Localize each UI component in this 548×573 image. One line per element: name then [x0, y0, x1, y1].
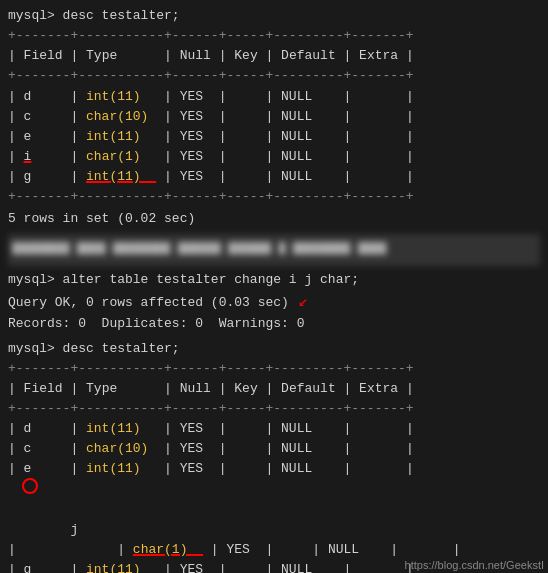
prompt2: mysql> [8, 272, 63, 287]
records-line: Records: 0 Duplicates: 0 Warnings: 0 [8, 314, 540, 334]
table-row: | d | int(11) | YES | | NULL | | [8, 87, 540, 107]
command-line-1: mysql> desc testalter; [8, 6, 540, 26]
blurred-content: ████████ ████ ████████ ██████ ██████ █ █… [8, 234, 540, 266]
table2-border-top: +-------+-----------+------+-----+------… [8, 359, 540, 379]
query-ok-line: Query OK, 0 rows affected (0.03 sec) ↙ [8, 290, 540, 315]
table-row: | c | char(10) | YES | | NULL | | [8, 439, 540, 459]
command-line-3: mysql> desc testalter; [8, 339, 540, 359]
table-row: | e | int(11) | YES | | NULL | | [8, 127, 540, 147]
table1-border-top: +-------+-----------+------+-----+------… [8, 26, 540, 46]
query-ok-text: Query OK, 0 rows affected (0.03 sec) [8, 295, 289, 310]
prompt: mysql> [8, 8, 63, 23]
command-text-3: desc testalter; [63, 341, 180, 356]
table-row-i: | i | char(1) | YES | | NULL | | [8, 147, 540, 167]
rows-info: 5 rows in set (0.02 sec) [8, 209, 540, 229]
table1-header: | Field | Type | Null | Key | Default | … [8, 46, 540, 66]
watermark: https://blog.csdn.net/GeekstI [405, 559, 544, 571]
table1-border-mid: +-------+-----------+------+-----+------… [8, 66, 540, 86]
table-row: | d | int(11) | YES | | NULL | | [8, 419, 540, 439]
table1-border-bot: +-------+-----------+------+-----+------… [8, 187, 540, 207]
prompt3: mysql> [8, 341, 63, 356]
command-text-2: alter table testalter change i j char; [63, 272, 359, 287]
table-row: | e | int(11) | YES | | NULL | | [8, 459, 540, 479]
table-row-j: | j | char(1) | YES | | NULL | | [8, 480, 540, 561]
table-row: | c | char(10) | YES | | NULL | | [8, 107, 540, 127]
command-line-2: mysql> alter table testalter change i j … [8, 270, 540, 290]
table-row-g: | g | int(11) | YES | | NULL | | [8, 167, 540, 187]
table2-header: | Field | Type | Null | Key | Default | … [8, 379, 540, 399]
terminal: mysql> desc testalter; +-------+--------… [0, 0, 548, 573]
command-text-1: desc testalter; [63, 8, 180, 23]
table2-border-mid: +-------+-----------+------+-----+------… [8, 399, 540, 419]
